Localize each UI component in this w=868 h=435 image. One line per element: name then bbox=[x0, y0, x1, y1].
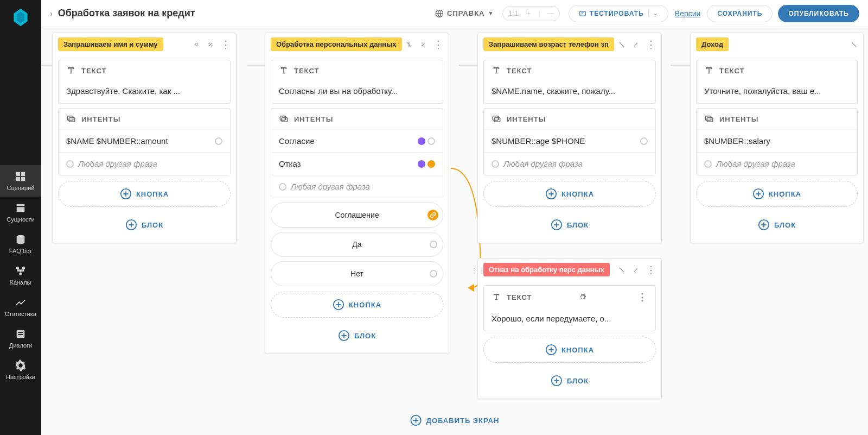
sidebar-item-channels[interactable]: Каналы bbox=[0, 260, 41, 291]
save-button[interactable]: СОХРАНИТЬ bbox=[707, 5, 773, 22]
sidebar-item-stats[interactable]: Статистика bbox=[0, 291, 41, 323]
add-button-row[interactable]: КНОПКА bbox=[696, 181, 858, 207]
svg-rect-3 bbox=[21, 177, 25, 181]
connector-dot[interactable] bbox=[427, 160, 435, 168]
connector-dot[interactable] bbox=[427, 137, 435, 145]
sidebar-item-dialogs[interactable]: Диалоги bbox=[0, 323, 41, 354]
svg-rect-2 bbox=[16, 177, 20, 181]
intent-row[interactable]: Согласие bbox=[271, 129, 443, 152]
connector-dot[interactable] bbox=[492, 160, 499, 168]
zoom-controls: 1:1 ＋ | — bbox=[502, 6, 559, 21]
chevron-right-icon[interactable]: › bbox=[50, 9, 53, 18]
intent-row-other[interactable]: Любая другая фраза bbox=[484, 152, 655, 175]
add-screen-button[interactable]: ДОБАВИТЬ ЭКРАН bbox=[410, 414, 500, 426]
test-button[interactable]: ТЕСТИРОВАТЬ ⌄ bbox=[569, 5, 668, 22]
text-block[interactable]: ТЕКСТ $NAME.name, скажите, пожалу... bbox=[483, 60, 656, 104]
intents-block[interactable]: ИНТЕНТЫ $NAME $NUMBER::amount Любая друг… bbox=[58, 108, 231, 175]
card-title: Отказ на обработку перс данных bbox=[483, 263, 610, 276]
expand-icon[interactable] bbox=[632, 266, 640, 274]
svg-rect-9 bbox=[18, 332, 23, 333]
drag-handle-icon[interactable]: ⋮⋮ bbox=[470, 266, 486, 275]
intents-block[interactable]: ИНТЕНТЫ $NUMBER::salary Любая другая фра… bbox=[696, 108, 858, 175]
expand-icon[interactable] bbox=[207, 41, 214, 48]
sidebar: Сценарий Сущности FAQ бот Каналы Статист… bbox=[0, 0, 41, 435]
sidebar-item-scenario[interactable]: Сценарий bbox=[0, 165, 41, 197]
connector-dot[interactable] bbox=[279, 183, 286, 191]
link-icon[interactable] bbox=[427, 210, 438, 220]
sidebar-label: Статистика bbox=[5, 311, 36, 317]
sidebar-label: Диалоги bbox=[9, 342, 33, 349]
button-pill[interactable]: Да bbox=[271, 232, 443, 257]
connector-dot[interactable] bbox=[704, 160, 712, 168]
header: › Обработка заявок на кредит СПРАВКА ▼ 1… bbox=[41, 0, 868, 27]
intent-row-other[interactable]: Любая другая фраза bbox=[271, 175, 443, 198]
sidebar-item-settings[interactable]: Настройки bbox=[0, 354, 41, 386]
pin-icon[interactable] bbox=[405, 41, 413, 48]
add-block-row[interactable]: БЛОК bbox=[58, 212, 231, 237]
card-title: Запрашиваем имя и сумму bbox=[58, 37, 163, 51]
more-icon[interactable]: ⋮ bbox=[646, 265, 656, 275]
intent-row[interactable]: $NUMBER::salary bbox=[697, 129, 857, 152]
card-age-phone[interactable]: Запрашиваем возраст телефон зп ⋮ ТЕКСТ $… bbox=[477, 33, 662, 243]
add-button-row[interactable]: КНОПКА bbox=[483, 337, 656, 363]
intents-block[interactable]: ИНТЕНТЫ $NUMBER::age $PHONE Любая другая… bbox=[483, 108, 656, 175]
intent-row-other[interactable]: Любая другая фраза bbox=[697, 152, 857, 175]
card-personal-data[interactable]: Обработка персональных данных ⋮ ТЕКСТ Со… bbox=[265, 33, 449, 354]
more-icon[interactable]: ⋮ bbox=[221, 40, 231, 49]
more-icon[interactable]: ⋮ bbox=[433, 40, 443, 49]
text-block[interactable]: ТЕКСТ Уточните, пожалуйста, ваш е... bbox=[696, 60, 858, 104]
zoom-out-button[interactable]: — bbox=[544, 9, 557, 17]
svg-point-5 bbox=[16, 267, 20, 270]
connector-dot[interactable] bbox=[66, 160, 74, 168]
add-block-row[interactable]: БЛОК bbox=[483, 212, 656, 237]
connector-dot[interactable] bbox=[430, 241, 437, 248]
svg-rect-10 bbox=[18, 334, 23, 335]
versions-link[interactable]: Версии bbox=[675, 9, 701, 18]
help-dropdown[interactable]: СПРАВКА ▼ bbox=[435, 9, 494, 18]
expand-icon[interactable] bbox=[419, 41, 427, 48]
svg-point-7 bbox=[19, 273, 22, 276]
intent-row[interactable]: $NAME $NUMBER::amount bbox=[59, 129, 230, 152]
card-name-amount[interactable]: Запрашиваем имя и сумму ⋮ ТЕКСТ Здравств… bbox=[52, 33, 237, 243]
connector-dot[interactable] bbox=[215, 137, 222, 145]
sidebar-item-faq[interactable]: FAQ бот bbox=[0, 228, 41, 260]
zoom-in-button[interactable]: ＋ bbox=[521, 9, 535, 18]
add-block-row[interactable]: БЛОК bbox=[696, 212, 858, 237]
svg-point-6 bbox=[22, 267, 25, 270]
canvas[interactable]: Запрашиваем имя и сумму ⋮ ТЕКСТ Здравств… bbox=[41, 27, 868, 435]
page-title: Обработка заявок на кредит bbox=[58, 8, 195, 19]
pin-icon[interactable] bbox=[850, 41, 858, 48]
card-income[interactable]: Доход ТЕКСТ Уточните, пожалуйста, ваш е.… bbox=[690, 33, 864, 243]
text-block[interactable]: ТЕКСТ Здравствуйте. Скажите, как ... bbox=[58, 60, 231, 104]
button-pill[interactable]: Соглашение bbox=[271, 203, 443, 228]
pin-icon[interactable] bbox=[618, 41, 626, 48]
add-button-row[interactable]: КНОПКА bbox=[271, 292, 443, 318]
text-block[interactable]: ТЕКСТ Согласны ли вы на обработку... bbox=[271, 60, 443, 104]
chevron-down-icon: ▼ bbox=[488, 10, 494, 16]
pin-icon[interactable] bbox=[193, 41, 200, 48]
card-refusal[interactable]: ⋮⋮ Отказ на обработку перс данных ⋮ ТЕКС… bbox=[477, 258, 662, 399]
connector-dot[interactable] bbox=[640, 137, 648, 145]
expand-icon[interactable] bbox=[632, 41, 640, 48]
connector-dot[interactable] bbox=[430, 270, 437, 278]
text-block[interactable]: ТЕКСТ ⋮ Хорошо, если передумаете, о... bbox=[483, 285, 656, 331]
add-button-row[interactable]: КНОПКА bbox=[58, 181, 231, 207]
gear-icon[interactable] bbox=[578, 293, 587, 301]
intents-block[interactable]: ИНТЕНТЫ Согласие Отказ Любая другая фраз… bbox=[271, 108, 443, 198]
zoom-level[interactable]: 1:1 bbox=[505, 9, 521, 17]
pin-icon[interactable] bbox=[618, 266, 626, 274]
more-icon[interactable]: ⋮ bbox=[646, 40, 656, 49]
more-icon[interactable]: ⋮ bbox=[637, 291, 648, 303]
sidebar-label: FAQ бот bbox=[9, 248, 32, 254]
add-block-row[interactable]: БЛОК bbox=[483, 368, 656, 393]
sidebar-item-entities[interactable]: Сущности bbox=[0, 197, 41, 228]
publish-button[interactable]: ОПУБЛИКОВАТЬ bbox=[778, 5, 859, 22]
sidebar-label: Сущности bbox=[7, 216, 34, 223]
add-block-row[interactable]: БЛОК bbox=[271, 323, 443, 348]
button-pill[interactable]: Нет bbox=[271, 261, 443, 286]
intent-row[interactable]: $NUMBER::age $PHONE bbox=[484, 129, 655, 152]
intent-row-other[interactable]: Любая другая фраза bbox=[59, 152, 230, 175]
tag-dot bbox=[418, 137, 425, 145]
add-button-row[interactable]: КНОПКА bbox=[483, 181, 656, 207]
intent-row[interactable]: Отказ bbox=[271, 152, 443, 175]
